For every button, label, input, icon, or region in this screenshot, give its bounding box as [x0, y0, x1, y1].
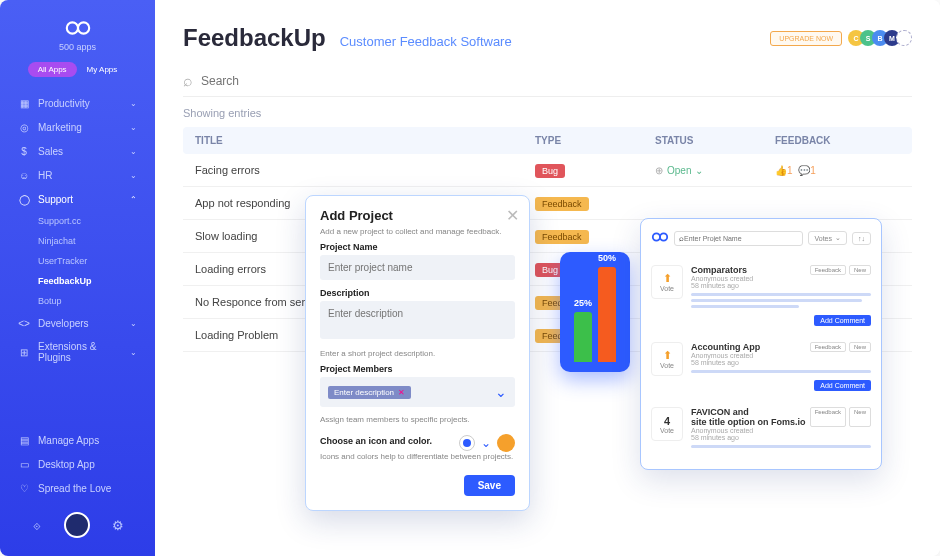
chevron-down-icon: ⌄ [130, 99, 137, 108]
plugin-icon: ⊞ [18, 346, 30, 358]
status-open: Open [667, 165, 691, 176]
nav-extensions[interactable]: ⊞Extensions & Plugins⌄ [0, 335, 155, 369]
sidebar: 500 apps All Apps My Apps ▦Productivity⌄… [0, 0, 155, 556]
col-feedback: FEEDBACK [775, 135, 900, 146]
headset-icon: ◯ [18, 193, 30, 205]
nav-marketing[interactable]: ◎Marketing⌄ [0, 115, 155, 139]
feed-item[interactable]: 4Vote FAVICON andsite title option on Fo… [651, 399, 871, 459]
project-desc-input[interactable] [320, 301, 515, 339]
feed-title: Comparators [691, 265, 747, 275]
sub-usertracker[interactable]: UserTracker [0, 251, 155, 271]
remove-icon[interactable]: ✕ [398, 388, 405, 397]
sort-select[interactable]: Votes⌄ [808, 231, 847, 245]
avatar-group[interactable]: C S B M [852, 30, 912, 46]
sort-direction[interactable]: ↑↓ [852, 232, 871, 245]
save-button[interactable]: Save [464, 475, 515, 496]
svg-point-3 [660, 233, 667, 240]
badge-feedback: Feedback [535, 197, 589, 211]
vote-up-icon: ⬆ [663, 272, 672, 285]
nav-productivity[interactable]: ▦Productivity⌄ [0, 91, 155, 115]
chevron-down-icon: ⌄ [130, 319, 137, 328]
chevron-down-icon: ⌄ [130, 123, 137, 132]
svg-point-0 [66, 22, 77, 33]
project-name-input[interactable] [320, 255, 515, 280]
search-icon: ⌕ [183, 72, 193, 90]
eye-icon: ⊕ [655, 165, 663, 176]
table-header: TITLE TYPE STATUS FEEDBACK [183, 127, 912, 154]
tag-new: New [849, 407, 871, 427]
members-hint: Assign team members to specific projects… [320, 415, 515, 424]
feed-item[interactable]: ⬆Vote ComparatorsFeedbackNew Anonymous c… [651, 257, 871, 334]
sub-botup[interactable]: Botup [0, 291, 155, 311]
gear-icon[interactable]: ⚙ [107, 514, 129, 536]
col-status: STATUS [655, 135, 775, 146]
sub-ninjachat[interactable]: Ninjachat [0, 231, 155, 251]
col-type: TYPE [535, 135, 655, 146]
nav-spread-love[interactable]: ♡Spread the Love [0, 476, 155, 500]
person-icon: ☺ [18, 169, 30, 181]
showing-entries: Showing entries [183, 107, 912, 119]
footer-icons: ⟐ ⚙ [0, 500, 155, 538]
sub-support-cc[interactable]: Support.cc [0, 211, 155, 231]
add-avatar-icon[interactable] [896, 30, 912, 46]
chevron-down-icon[interactable]: ⌄ [695, 165, 703, 176]
nav-desktop-app[interactable]: ▭Desktop App [0, 452, 155, 476]
vote-button[interactable]: ⬆Vote [651, 265, 683, 299]
member-chip[interactable]: Enter description✕ [328, 386, 411, 399]
nav-developers[interactable]: <>Developers⌄ [0, 311, 155, 335]
tag-feedback: Feedback [810, 407, 846, 427]
nav-sales[interactable]: $Sales⌄ [0, 139, 155, 163]
search-row: ⌕ [183, 72, 912, 97]
chevron-down-icon[interactable]: ⌄ [481, 436, 491, 450]
brand-logo [0, 18, 155, 38]
nav-manage-apps[interactable]: ▤Manage Apps [0, 428, 155, 452]
add-comment-button[interactable]: Add Comment [814, 315, 871, 326]
tab-my-apps[interactable]: My Apps [77, 62, 128, 77]
members-select[interactable]: Enter description✕ ⌄ [320, 377, 515, 407]
color-swatch[interactable] [497, 434, 515, 452]
brand-sub: 500 apps [0, 42, 155, 52]
feed-item[interactable]: ⬆Vote Accounting AppFeedbackNew Anonymou… [651, 334, 871, 399]
badge-feedback: Feedback [535, 230, 589, 244]
page-title: FeedbackUp [183, 24, 326, 52]
feed-logo-icon [651, 229, 669, 247]
monitor-icon: ▭ [18, 458, 30, 470]
chart-card: 25% 50% [560, 252, 630, 372]
chevron-down-icon: ⌄ [835, 234, 841, 242]
feed-search[interactable]: ⌕ [674, 231, 803, 246]
vote-button[interactable]: ⬆Vote [651, 342, 683, 376]
user-avatar[interactable] [64, 512, 90, 538]
close-icon[interactable]: ✕ [506, 206, 519, 225]
desc-hint: Enter a short project description. [320, 349, 515, 358]
feed-title: FAVICON andsite title option on Foms.io [691, 407, 806, 427]
vote-button[interactable]: 4Vote [651, 407, 683, 441]
svg-point-1 [78, 22, 89, 33]
feed-title: Accounting App [691, 342, 760, 352]
search-input[interactable] [201, 74, 912, 88]
icon-picker[interactable] [459, 435, 475, 451]
upgrade-button[interactable]: UPGRADE NOW [770, 31, 842, 46]
nav-support[interactable]: ◯Support⌃ [0, 187, 155, 211]
dollar-icon: $ [18, 145, 30, 157]
add-comment-button[interactable]: Add Comment [814, 380, 871, 391]
add-project-modal: ✕ Add Project Add a new project to colle… [305, 195, 530, 511]
table-row[interactable]: App not respondingFeedback [183, 187, 912, 220]
feed-search-input[interactable] [684, 235, 798, 242]
chevron-down-icon[interactable]: ⌄ [495, 384, 507, 400]
modal-hint: Add a new project to collect and manage … [320, 227, 515, 236]
rocket-icon[interactable]: ⟐ [26, 514, 48, 536]
sub-feedbackup[interactable]: FeedbackUp [0, 271, 155, 291]
page-subtitle: Customer Feedback Software [340, 34, 512, 49]
table-row[interactable]: Facing errors Bug ⊕Open ⌄ 👍1 💬1 [183, 154, 912, 187]
svg-point-2 [653, 233, 660, 240]
tab-all-apps[interactable]: All Apps [28, 62, 77, 77]
nav-hr[interactable]: ☺HR⌄ [0, 163, 155, 187]
members-label: Project Members [320, 364, 515, 374]
chevron-up-icon: ⌃ [130, 195, 137, 204]
icon-hint: Icons and colors help to differentiate b… [320, 452, 515, 461]
target-icon: ◎ [18, 121, 30, 133]
header: FeedbackUp Customer Feedback Software UP… [183, 24, 912, 52]
badge-bug: Bug [535, 164, 565, 178]
tag-new: New [849, 342, 871, 352]
modal-title: Add Project [320, 208, 515, 223]
